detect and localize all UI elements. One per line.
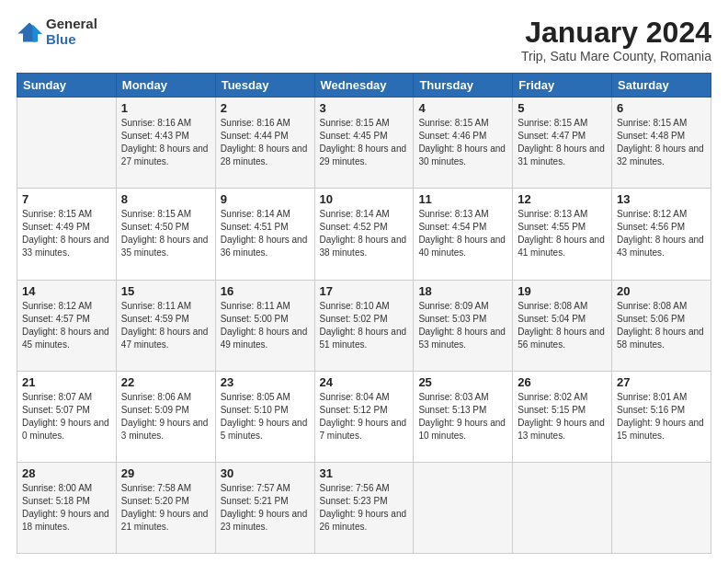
day-number: 16 [221, 284, 310, 298]
day-number: 15 [121, 284, 210, 298]
day-number: 21 [22, 375, 111, 389]
table-row: 10Sunrise: 8:14 AMSunset: 4:52 PMDayligh… [314, 189, 414, 280]
table-row: 20Sunrise: 8:08 AMSunset: 5:06 PMDayligh… [612, 280, 711, 371]
table-row: 18Sunrise: 8:09 AMSunset: 5:03 PMDayligh… [414, 280, 513, 371]
table-row: 14Sunrise: 8:12 AMSunset: 4:57 PMDayligh… [17, 280, 117, 371]
table-row: 3Sunrise: 8:15 AMSunset: 4:45 PMDaylight… [314, 98, 414, 189]
day-info: Sunrise: 8:14 AMSunset: 4:51 PMDaylight:… [221, 208, 310, 259]
day-info: Sunrise: 8:11 AMSunset: 4:59 PMDaylight:… [121, 300, 210, 351]
calendar-table: Sunday Monday Tuesday Wednesday Thursday… [17, 73, 711, 554]
table-row: 25Sunrise: 8:03 AMSunset: 5:13 PMDayligh… [414, 371, 513, 462]
header-wednesday: Wednesday [314, 74, 414, 98]
table-row: 23Sunrise: 8:05 AMSunset: 5:10 PMDayligh… [215, 371, 314, 462]
calendar-title: January 2024 [521, 17, 711, 49]
header-saturday: Saturday [612, 74, 711, 98]
day-info: Sunrise: 8:13 AMSunset: 4:55 PMDaylight:… [518, 208, 607, 259]
day-info: Sunrise: 8:12 AMSunset: 4:56 PMDaylight:… [617, 208, 706, 259]
day-info: Sunrise: 8:11 AMSunset: 5:00 PMDaylight:… [221, 300, 310, 351]
calendar-week-row: 1Sunrise: 8:16 AMSunset: 4:43 PMDaylight… [17, 98, 711, 189]
day-number: 29 [121, 466, 210, 480]
logo-blue-text: Blue [46, 32, 97, 48]
day-number: 23 [221, 375, 310, 389]
header-sunday: Sunday [17, 74, 117, 98]
table-row: 21Sunrise: 8:07 AMSunset: 5:07 PMDayligh… [17, 371, 117, 462]
day-info: Sunrise: 8:15 AMSunset: 4:48 PMDaylight:… [617, 117, 706, 168]
weekday-header-row: Sunday Monday Tuesday Wednesday Thursday… [17, 74, 711, 98]
day-info: Sunrise: 8:15 AMSunset: 4:45 PMDaylight:… [320, 117, 409, 168]
table-row [414, 462, 513, 553]
day-number: 6 [617, 101, 706, 115]
day-info: Sunrise: 8:07 AMSunset: 5:07 PMDaylight:… [22, 391, 111, 442]
table-row: 13Sunrise: 8:12 AMSunset: 4:56 PMDayligh… [612, 189, 711, 280]
calendar-week-row: 21Sunrise: 8:07 AMSunset: 5:07 PMDayligh… [17, 371, 711, 462]
day-info: Sunrise: 8:03 AMSunset: 5:13 PMDaylight:… [418, 391, 507, 442]
table-row: 28Sunrise: 8:00 AMSunset: 5:18 PMDayligh… [17, 462, 117, 553]
table-row: 7Sunrise: 8:15 AMSunset: 4:49 PMDaylight… [17, 189, 117, 280]
day-info: Sunrise: 7:56 AMSunset: 5:23 PMDaylight:… [320, 482, 409, 534]
day-number: 18 [418, 284, 507, 298]
day-number: 4 [418, 101, 507, 115]
day-info: Sunrise: 8:14 AMSunset: 4:52 PMDaylight:… [320, 208, 409, 259]
day-info: Sunrise: 8:05 AMSunset: 5:10 PMDaylight:… [221, 391, 310, 442]
table-row [612, 462, 711, 553]
day-number: 8 [121, 192, 210, 206]
table-row: 16Sunrise: 8:11 AMSunset: 5:00 PMDayligh… [215, 280, 314, 371]
day-info: Sunrise: 8:15 AMSunset: 4:50 PMDaylight:… [121, 208, 210, 259]
day-info: Sunrise: 8:15 AMSunset: 4:46 PMDaylight:… [418, 117, 507, 168]
table-row: 27Sunrise: 8:01 AMSunset: 5:16 PMDayligh… [612, 371, 711, 462]
page: General Blue January 2024 Trip, Satu Mar… [0, 0, 728, 563]
table-row: 22Sunrise: 8:06 AMSunset: 5:09 PMDayligh… [116, 371, 215, 462]
day-info: Sunrise: 8:15 AMSunset: 4:49 PMDaylight:… [22, 208, 111, 259]
table-row: 2Sunrise: 8:16 AMSunset: 4:44 PMDaylight… [215, 98, 314, 189]
day-info: Sunrise: 8:00 AMSunset: 5:18 PMDaylight:… [22, 482, 111, 534]
day-info: Sunrise: 8:15 AMSunset: 4:47 PMDaylight:… [518, 117, 607, 168]
day-number: 31 [320, 466, 409, 480]
table-row: 4Sunrise: 8:15 AMSunset: 4:46 PMDaylight… [414, 98, 513, 189]
day-info: Sunrise: 8:10 AMSunset: 5:02 PMDaylight:… [320, 300, 409, 351]
day-number: 27 [617, 375, 706, 389]
logo-icon [17, 19, 42, 45]
day-number: 12 [518, 192, 607, 206]
table-row: 5Sunrise: 8:15 AMSunset: 4:47 PMDaylight… [513, 98, 612, 189]
day-number: 2 [221, 101, 310, 115]
calendar-week-row: 14Sunrise: 8:12 AMSunset: 4:57 PMDayligh… [17, 280, 711, 371]
table-row: 1Sunrise: 8:16 AMSunset: 4:43 PMDaylight… [116, 98, 215, 189]
table-row: 30Sunrise: 7:57 AMSunset: 5:21 PMDayligh… [215, 462, 314, 553]
day-number: 3 [320, 101, 409, 115]
day-number: 9 [221, 192, 310, 206]
day-number: 5 [518, 101, 607, 115]
table-row: 17Sunrise: 8:10 AMSunset: 5:02 PMDayligh… [314, 280, 414, 371]
header-tuesday: Tuesday [215, 74, 314, 98]
day-info: Sunrise: 8:04 AMSunset: 5:12 PMDaylight:… [320, 391, 409, 442]
table-row: 11Sunrise: 8:13 AMSunset: 4:54 PMDayligh… [414, 189, 513, 280]
day-info: Sunrise: 8:02 AMSunset: 5:15 PMDaylight:… [518, 391, 607, 442]
day-info: Sunrise: 7:58 AMSunset: 5:20 PMDaylight:… [121, 482, 210, 534]
day-number: 25 [418, 375, 507, 389]
day-info: Sunrise: 8:13 AMSunset: 4:54 PMDaylight:… [418, 208, 507, 259]
day-number: 17 [320, 284, 409, 298]
day-number: 19 [518, 284, 607, 298]
calendar-week-row: 28Sunrise: 8:00 AMSunset: 5:18 PMDayligh… [17, 462, 711, 553]
table-row: 9Sunrise: 8:14 AMSunset: 4:51 PMDaylight… [215, 189, 314, 280]
calendar-subtitle: Trip, Satu Mare County, Romania [521, 49, 711, 63]
header-monday: Monday [116, 74, 215, 98]
day-info: Sunrise: 8:08 AMSunset: 5:04 PMDaylight:… [518, 300, 607, 351]
day-number: 11 [418, 192, 507, 206]
day-number: 10 [320, 192, 409, 206]
day-info: Sunrise: 8:16 AMSunset: 4:44 PMDaylight:… [221, 117, 310, 168]
header-thursday: Thursday [414, 74, 513, 98]
day-info: Sunrise: 8:01 AMSunset: 5:16 PMDaylight:… [617, 391, 706, 442]
title-block: January 2024 Trip, Satu Mare County, Rom… [521, 17, 711, 63]
day-info: Sunrise: 8:16 AMSunset: 4:43 PMDaylight:… [121, 117, 210, 168]
table-row: 26Sunrise: 8:02 AMSunset: 5:15 PMDayligh… [513, 371, 612, 462]
logo-text: General Blue [46, 17, 97, 47]
table-row [17, 98, 117, 189]
logo-general-text: General [46, 17, 97, 32]
calendar-week-row: 7Sunrise: 8:15 AMSunset: 4:49 PMDaylight… [17, 189, 711, 280]
day-number: 24 [320, 375, 409, 389]
table-row [513, 462, 612, 553]
table-row: 29Sunrise: 7:58 AMSunset: 5:20 PMDayligh… [116, 462, 215, 553]
day-number: 1 [121, 101, 210, 115]
table-row: 8Sunrise: 8:15 AMSunset: 4:50 PMDaylight… [116, 189, 215, 280]
day-number: 14 [22, 284, 111, 298]
